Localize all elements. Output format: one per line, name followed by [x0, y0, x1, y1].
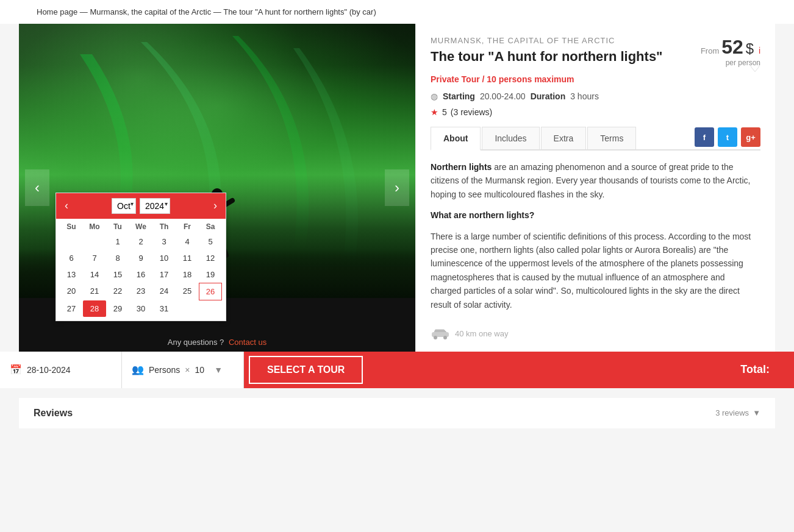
- calendar-header: ‹ Oct 2024 ›: [56, 193, 226, 219]
- bottom-bar: 📅 28-10-2024 👥 Persons × 10 ▼ SELECT A T…: [0, 352, 794, 388]
- cal-day-25[interactable]: 25: [176, 283, 199, 300]
- price-from-label: From: [701, 46, 719, 55]
- date-picker-button[interactable]: 📅 28-10-2024: [0, 352, 122, 388]
- wishlist-button[interactable]: ♡: [749, 60, 760, 75]
- month-select[interactable]: Oct: [112, 198, 136, 214]
- cal-day-1[interactable]: 1: [106, 233, 129, 250]
- info-section: From 52 $ i per person ♡ MURMANSK, THE C…: [415, 24, 775, 352]
- cal-day-9[interactable]: 9: [129, 250, 152, 266]
- facebook-button[interactable]: f: [695, 127, 714, 147]
- reviews-count-text: 3 reviews: [715, 408, 749, 417]
- cal-day-18[interactable]: 18: [176, 266, 199, 283]
- cal-day-14[interactable]: 14: [83, 266, 106, 283]
- breadcrumb-home[interactable]: Home page: [37, 7, 77, 16]
- persons-select[interactable]: 👥 Persons × 10 ▼: [122, 352, 244, 388]
- car-icon: [431, 328, 450, 339]
- prev-image-button[interactable]: ‹: [25, 169, 49, 206]
- total-block: Total:: [740, 363, 794, 376]
- weekday-sa: Sa: [199, 222, 222, 231]
- persons-chevron: ▼: [214, 365, 223, 375]
- weekday-su: Su: [60, 222, 83, 231]
- tab-about[interactable]: About: [431, 127, 481, 151]
- breadcrumb-tour: The tour "A hunt for northern lights" (b…: [223, 7, 376, 16]
- weekday-we: We: [129, 222, 152, 231]
- reviews-count-block: 3 reviews ▼: [715, 408, 760, 417]
- breadcrumb-sep1: —: [80, 7, 88, 16]
- cal-day-22[interactable]: 22: [106, 283, 129, 300]
- tab-terms[interactable]: Terms: [587, 127, 636, 149]
- select-tour-button[interactable]: SELECT A TOUR: [249, 356, 363, 384]
- cal-day-12[interactable]: 12: [199, 250, 222, 266]
- month-select-wrapper: Oct: [112, 198, 136, 214]
- persons-icon: 👥: [132, 364, 144, 375]
- cal-day-31[interactable]: 31: [152, 300, 176, 317]
- cal-day-20[interactable]: 20: [60, 283, 83, 300]
- duration-label: Duration: [531, 91, 566, 101]
- breadcrumb-city[interactable]: Murmansk, the capital of the Arctic: [90, 7, 211, 16]
- cal-day-26[interactable]: 26: [199, 283, 222, 300]
- reviews-count[interactable]: (3 reviews): [451, 107, 492, 117]
- social-icons: f t g+: [695, 127, 760, 147]
- cal-empty: [176, 300, 199, 317]
- rating: ★ 5 (3 reviews): [431, 107, 760, 117]
- cal-day-3[interactable]: 3: [152, 233, 176, 250]
- cal-day-28[interactable]: 28: [83, 300, 106, 317]
- cal-day-8[interactable]: 8: [106, 250, 129, 266]
- starting-label: Starting: [443, 91, 475, 101]
- cal-empty: [60, 233, 83, 250]
- calendar-icon: 📅: [10, 364, 22, 375]
- googleplus-button[interactable]: g+: [741, 127, 760, 147]
- cal-day-11[interactable]: 11: [176, 250, 199, 266]
- calendar-grid: Su Mo Tu We Th Fr Sa 1 2 3 4 5: [56, 219, 226, 321]
- star-icon: ★: [431, 107, 438, 117]
- about-p1: Northern lights are an amazing phenomeno…: [431, 160, 756, 201]
- about-p2: What are northern lights?: [431, 208, 756, 222]
- year-select[interactable]: 2024: [140, 198, 170, 214]
- calendar-next-button[interactable]: ›: [209, 199, 222, 212]
- price-currency: $: [746, 40, 754, 57]
- tab-content-about: Northern lights are an amazing phenomeno…: [431, 160, 760, 319]
- cal-day-10[interactable]: 10: [152, 250, 176, 266]
- image-section: ‹ › Any questions ? Contact us ‹ Oct 2: [19, 24, 415, 352]
- about-p2-body: There is a large number of scientific de…: [431, 230, 756, 311]
- price-info-icon[interactable]: i: [759, 46, 760, 55]
- cal-day-23[interactable]: 23: [129, 283, 152, 300]
- tab-includes[interactable]: Includes: [482, 127, 539, 149]
- calendar-weekdays: Su Mo Tu We Th Fr Sa: [60, 222, 222, 231]
- cal-day-4[interactable]: 4: [176, 233, 199, 250]
- weekday-mo: Mo: [83, 222, 106, 231]
- cal-day-15[interactable]: 15: [106, 266, 129, 283]
- cal-day-27[interactable]: 27: [60, 300, 83, 317]
- weekday-th: Th: [152, 222, 176, 231]
- calendar-overlay: ‹ Oct 2024 › Su: [55, 193, 226, 321]
- calendar-prev-button[interactable]: ‹: [60, 199, 73, 212]
- calendar-month-year: Oct 2024: [112, 198, 170, 214]
- cal-day-5[interactable]: 5: [199, 233, 222, 250]
- twitter-button[interactable]: t: [718, 127, 737, 147]
- cal-day-24[interactable]: 24: [152, 283, 176, 300]
- cal-day-30[interactable]: 30: [129, 300, 152, 317]
- breadcrumb-sep2: —: [213, 7, 221, 16]
- cal-day-21[interactable]: 21: [83, 283, 106, 300]
- next-image-button[interactable]: ›: [385, 169, 409, 206]
- chevron-down-icon[interactable]: ▼: [753, 408, 760, 417]
- cal-day-2[interactable]: 2: [129, 233, 152, 250]
- cal-empty: [83, 233, 106, 250]
- tab-extra[interactable]: Extra: [541, 127, 587, 149]
- distance-info: 40 km one way: [431, 328, 760, 339]
- cal-day-7[interactable]: 7: [83, 250, 106, 266]
- weekday-fr: Fr: [176, 222, 199, 231]
- cal-day-13[interactable]: 13: [60, 266, 83, 283]
- total-label: Total:: [740, 363, 770, 375]
- cal-day-29[interactable]: 29: [106, 300, 129, 317]
- cal-day-16[interactable]: 16: [129, 266, 152, 283]
- cal-day-19[interactable]: 19: [199, 266, 222, 283]
- reviews-header: Reviews 3 reviews ▼: [34, 408, 760, 419]
- calendar-days: 1 2 3 4 5 6 7 8 9 10 11 12 13 14 15: [60, 233, 222, 317]
- year-select-wrapper: 2024: [140, 198, 170, 214]
- persons-label: Persons: [149, 365, 180, 375]
- cal-day-17[interactable]: 17: [152, 266, 176, 283]
- starting-time: 20.00-24.00: [480, 91, 526, 101]
- cal-day-6[interactable]: 6: [60, 250, 83, 266]
- contact-link[interactable]: Contact us: [229, 338, 266, 347]
